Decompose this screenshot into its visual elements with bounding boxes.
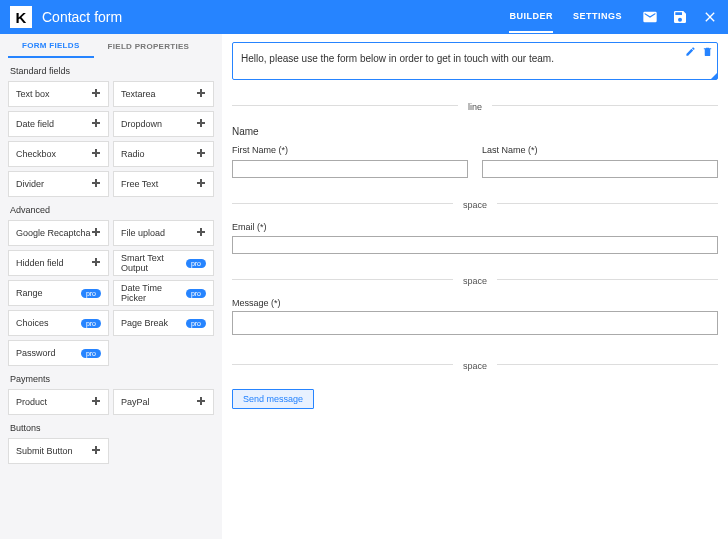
field-item[interactable]: Page Breakpro [113, 310, 214, 336]
intro-text-block[interactable]: Hello, please use the form below in orde… [232, 42, 718, 80]
name-section-label: Name [232, 126, 718, 137]
tab-settings[interactable]: SETTINGS [573, 1, 622, 33]
field-item-label: Radio [121, 149, 145, 159]
delete-icon[interactable] [702, 46, 713, 57]
mail-icon[interactable] [642, 9, 658, 25]
field-item-label: Choices [16, 318, 49, 328]
form-canvas: Hello, please use the form below in orde… [222, 34, 728, 539]
sidebar-tabs: FORM FIELDS FIELD PROPERTIES [8, 34, 214, 58]
field-item-label: Text box [16, 89, 50, 99]
field-item-label: Product [16, 397, 47, 407]
field-item[interactable]: Product [8, 389, 109, 415]
tab-field-properties[interactable]: FIELD PROPERTIES [94, 34, 204, 58]
field-item[interactable]: PayPal [113, 389, 214, 415]
field-item[interactable]: Free Text [113, 171, 214, 197]
group-advanced-title: Advanced [10, 205, 214, 215]
plus-icon [196, 178, 206, 190]
group-standard-grid: Text boxTextareaDate fieldDropdownCheckb… [8, 81, 214, 197]
divider-space-3[interactable]: space [232, 355, 718, 373]
last-name-label: Last Name (*) [482, 145, 718, 155]
first-name-label: First Name (*) [232, 145, 468, 155]
field-item-label: Date Time Picker [121, 283, 186, 303]
plus-icon [91, 396, 101, 408]
group-advanced-grid: Google RecaptchaFile uploadHidden fieldS… [8, 220, 214, 366]
group-buttons-grid: Submit Button [8, 438, 214, 464]
pro-badge: pro [186, 259, 206, 268]
message-label: Message (*) [232, 298, 718, 308]
field-item[interactable]: Hidden field [8, 250, 109, 276]
close-icon[interactable] [702, 9, 718, 25]
field-item-label: Free Text [121, 179, 158, 189]
field-item[interactable]: Date Time Pickerpro [113, 280, 214, 306]
tab-builder[interactable]: BUILDER [509, 1, 553, 33]
plus-icon [91, 257, 101, 269]
pro-badge: pro [81, 349, 101, 358]
field-item[interactable]: Google Recaptcha [8, 220, 109, 246]
plus-icon [91, 445, 101, 457]
first-name-input[interactable] [232, 160, 468, 178]
plus-icon [91, 118, 101, 130]
send-button[interactable]: Send message [232, 389, 314, 409]
group-buttons-title: Buttons [10, 423, 214, 433]
field-item-label: Smart Text Output [121, 253, 186, 273]
field-item-label: Page Break [121, 318, 168, 328]
field-item[interactable]: Textarea [113, 81, 214, 107]
plus-icon [91, 227, 101, 239]
sidebar: FORM FIELDS FIELD PROPERTIES Standard fi… [0, 34, 222, 539]
field-item-label: Divider [16, 179, 44, 189]
plus-icon [196, 88, 206, 100]
resize-handle-icon[interactable] [711, 73, 717, 79]
intro-text: Hello, please use the form below in orde… [241, 53, 554, 64]
field-item-label: PayPal [121, 397, 150, 407]
last-name-input[interactable] [482, 160, 718, 178]
plus-icon [196, 227, 206, 239]
field-item[interactable]: Radio [113, 141, 214, 167]
divider-space-label: space [453, 276, 497, 286]
field-item[interactable]: Date field [8, 111, 109, 137]
field-item-label: Checkbox [16, 149, 56, 159]
plus-icon [196, 118, 206, 130]
header-tabs: BUILDER SETTINGS [509, 1, 622, 33]
field-item[interactable]: Dropdown [113, 111, 214, 137]
plus-icon [91, 88, 101, 100]
tab-form-fields[interactable]: FORM FIELDS [8, 34, 94, 58]
main-layout: FORM FIELDS FIELD PROPERTIES Standard fi… [0, 34, 728, 539]
pro-badge: pro [186, 319, 206, 328]
field-item[interactable]: Submit Button [8, 438, 109, 464]
field-item[interactable]: Text box [8, 81, 109, 107]
pro-badge: pro [81, 319, 101, 328]
group-payments-grid: ProductPayPal [8, 389, 214, 415]
field-item-label: Date field [16, 119, 54, 129]
message-input[interactable] [232, 311, 718, 335]
plus-icon [91, 178, 101, 190]
plus-icon [91, 148, 101, 160]
divider-space-label: space [453, 361, 497, 371]
plus-icon [196, 396, 206, 408]
app-header: K Contact form BUILDER SETTINGS [0, 0, 728, 34]
field-item-label: Textarea [121, 89, 156, 99]
field-item-label: Submit Button [16, 446, 73, 456]
field-item[interactable]: File upload [113, 220, 214, 246]
pro-badge: pro [186, 289, 206, 298]
divider-space-2[interactable]: space [232, 270, 718, 288]
divider-space-1[interactable]: space [232, 194, 718, 212]
field-item-label: File upload [121, 228, 165, 238]
app-title: Contact form [42, 9, 509, 25]
pro-badge: pro [81, 289, 101, 298]
field-item[interactable]: Divider [8, 171, 109, 197]
save-icon[interactable] [672, 9, 688, 25]
field-item-label: Hidden field [16, 258, 64, 268]
edit-icon[interactable] [685, 46, 696, 57]
divider-space-label: space [453, 200, 497, 210]
divider-line[interactable]: line [232, 96, 718, 114]
header-actions [642, 9, 718, 25]
email-input[interactable] [232, 236, 718, 254]
field-item[interactable]: Choicespro [8, 310, 109, 336]
plus-icon [196, 148, 206, 160]
field-item[interactable]: Rangepro [8, 280, 109, 306]
group-payments-title: Payments [10, 374, 214, 384]
field-item[interactable]: Smart Text Outputpro [113, 250, 214, 276]
field-item[interactable]: Checkbox [8, 141, 109, 167]
field-item[interactable]: Passwordpro [8, 340, 109, 366]
intro-tools [685, 46, 713, 57]
